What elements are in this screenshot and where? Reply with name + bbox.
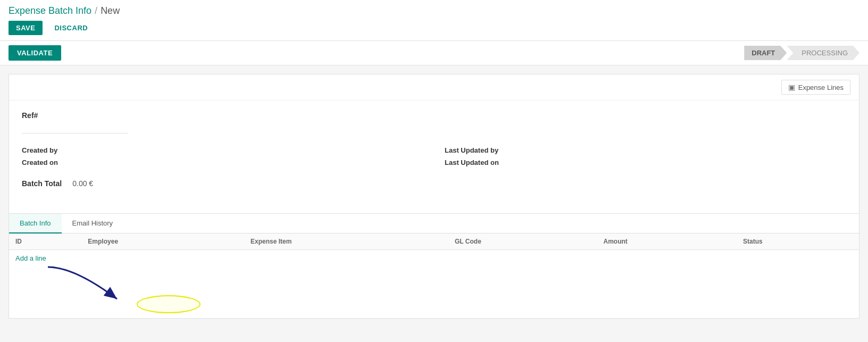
batch-total-label: Batch Total xyxy=(22,179,62,188)
receipt-icon: ▣ xyxy=(788,83,795,91)
status-bar: VALIDATE DRAFT PROCESSING xyxy=(0,41,868,65)
col-id: ID xyxy=(9,233,81,250)
form-panel: ▣ Expense Lines Ref# Created by xyxy=(9,74,859,319)
expense-lines-button[interactable]: ▣ Expense Lines xyxy=(781,80,850,95)
tab-content-batch-info: ID Employee Expense Item GL Code Amount … xyxy=(9,233,859,266)
batch-total-value: 0.00 € xyxy=(72,179,93,188)
save-button[interactable]: SAVE xyxy=(9,21,43,35)
col-employee: Employee xyxy=(81,233,244,250)
ref-input[interactable] xyxy=(22,123,128,134)
col-gl-code: GL Code xyxy=(448,233,597,250)
breadcrumb-separator: / xyxy=(95,5,97,16)
tab-email-history[interactable]: Email History xyxy=(62,214,124,233)
ref-label: Ref# xyxy=(22,111,846,120)
discard-button[interactable]: DISCARD xyxy=(47,21,95,35)
created-by-field: Created by xyxy=(22,146,423,154)
status-steps: DRAFT PROCESSING xyxy=(744,46,859,60)
col-status: Status xyxy=(737,233,859,250)
status-step-draft: DRAFT xyxy=(744,46,787,60)
app-title[interactable]: Expense Batch Info xyxy=(9,5,91,16)
col-expense-item: Expense Item xyxy=(244,233,448,250)
record-title: New xyxy=(101,5,120,16)
last-updated-by-field: Last Updated by xyxy=(445,146,846,154)
last-updated-on-field: Last Updated on xyxy=(445,159,846,166)
created-on-field: Created on xyxy=(22,159,423,166)
validate-button[interactable]: VALIDATE xyxy=(9,45,61,61)
tabs-section: Batch Info Email History ID Employee Exp xyxy=(9,213,859,266)
tab-batch-info[interactable]: Batch Info xyxy=(9,214,62,233)
add-line-link[interactable]: Add a line xyxy=(9,250,53,266)
breadcrumb: Expense Batch Info / New xyxy=(9,5,859,16)
col-amount: Amount xyxy=(597,233,737,250)
status-step-processing: PROCESSING xyxy=(787,46,859,60)
batch-info-table: ID Employee Expense Item GL Code Amount … xyxy=(9,233,859,250)
